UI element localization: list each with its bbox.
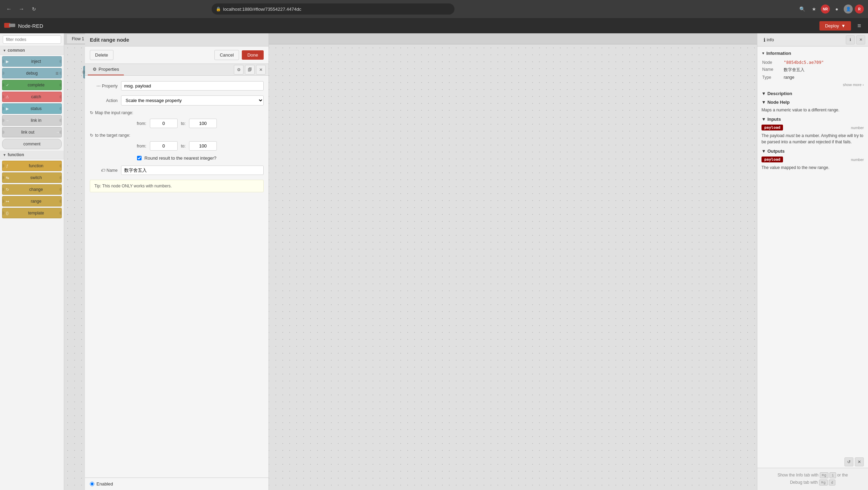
deploy-button[interactable]: Deploy ▼ [819,21,851,31]
tab-properties[interactable]: ⚙ Properties [88,64,124,75]
kbd-cmd-g-1: ⌘g [820,472,828,478]
sidebar-item-switch[interactable]: ↹ switch [2,172,62,183]
refresh-icon-btn[interactable]: ↺ [844,457,853,466]
change-icon: ↻ [4,187,11,192]
node-label: Node [762,59,783,66]
settings-icon-btn[interactable]: ⚙ [234,65,244,75]
sidebar-item-linkin[interactable]: → link in [2,115,62,126]
forward-button[interactable]: → [17,4,26,14]
description-section: ▼ Description [761,91,864,96]
target-to-input[interactable] [189,141,217,151]
debug-list-icon: ☰ [56,71,59,75]
canvas-area: Flow 1 ▶ 数字数组输入 ⇥ 拆分数组 [64,33,757,490]
port-right [59,71,62,75]
close-icon-btn[interactable]: ✕ [256,65,266,75]
info-panel: ℹ info ℹ ✕ ▼ Information No [757,33,868,490]
port-right [59,130,62,134]
port-right [59,164,62,168]
inputs-title: Inputs [767,117,781,122]
sidebar-item-range[interactable]: ↦ range [2,196,62,206]
enabled-radio[interactable] [90,482,94,486]
info-tab-icon: ℹ [764,37,765,43]
edit-dialog: Edit range node Delete Cancel Done ⚙ Pro… [85,33,269,490]
sidebar-section-common: ▼ common ▶ inject debug ☰ [0,46,64,151]
filter-nodes-input[interactable] [3,35,61,44]
catch-icon: ⚠ [4,95,11,99]
sidebar-item-complete[interactable]: ✓ complete [2,80,62,90]
show-more-link[interactable]: show more › [761,83,864,87]
node-help-header[interactable]: ▼ Node Help [761,100,864,105]
back-button[interactable]: ← [4,4,14,14]
extension3-icon[interactable]: R [855,5,864,14]
target-to-label: to: [181,144,186,149]
edit-body: ⋯ Property Action Scale the message pr [85,76,269,478]
deploy-label: Deploy [825,23,839,28]
info-tabs: ℹ info ℹ ✕ [757,33,868,47]
extension-icon[interactable]: NR [821,5,830,14]
outputs-header[interactable]: ▼ Outputs [761,149,864,154]
cancel-button[interactable]: Cancel [214,50,239,60]
sidebar-section-common-header[interactable]: ▼ common [0,46,64,55]
sidebar-item-comment[interactable]: comment [2,139,62,149]
range-icon: ↦ [4,199,11,204]
target-from-input[interactable] [150,141,178,151]
done-button[interactable]: Done [242,50,264,60]
input-to-input[interactable] [189,119,217,128]
sidebar-item-linkout[interactable]: link out → [2,127,62,137]
linkin-icon: → [4,118,11,122]
name-input[interactable] [121,166,264,175]
round-checkbox[interactable] [137,156,142,160]
comment-label: comment [2,142,61,146]
profile-icon[interactable]: 👤 [844,5,853,14]
address-bar[interactable]: 🔒 localhost:1880/#flow/73554227.4474dc [212,3,454,15]
browser-chrome: ← → ↻ 🔒 localhost:1880/#flow/73554227.44… [0,0,868,18]
payload-input-item: payload number The payload must be a num… [761,125,864,145]
sidebar-item-template[interactable]: {} template [2,208,62,218]
edit-header: Edit range node [85,33,269,47]
sidebar-section-function-header[interactable]: ▼ function [0,151,64,159]
search-icon[interactable]: 🔍 [797,4,807,14]
info-action-btn-2[interactable]: ✕ [856,35,865,44]
chevron-icon: ▼ [761,149,766,154]
sidebar-item-status[interactable]: ▶ status [2,103,62,114]
logo-icon [4,22,15,29]
main: ▼ common ▶ inject debug ☰ [0,33,868,490]
hamburger-menu-icon[interactable]: ≡ [854,21,864,31]
bookmark-icon[interactable]: ★ [809,4,819,14]
sidebar-item-inject[interactable]: ▶ inject [2,56,62,67]
sidebar-item-debug[interactable]: debug ☰ [2,68,62,78]
target-range-row: from: to: [90,141,264,151]
sidebar-item-change[interactable]: ↻ change [2,184,62,195]
outputs-title: Outputs [767,149,785,154]
tab-info[interactable]: ℹ info [760,34,777,45]
gear-icon: ⚙ [93,67,97,72]
info-action-btn-1[interactable]: ℹ [846,35,855,44]
chevron-down-icon: ▼ [3,49,6,52]
port-right [59,83,62,87]
input-from-input[interactable] [150,119,178,128]
delete-button[interactable]: Delete [90,50,113,60]
target-from-label: from: [137,144,146,149]
port-right [59,60,62,63]
target-range-title: ↻ to the target range: [90,133,264,138]
reload-button[interactable]: ↻ [29,4,39,14]
enabled-row: Enabled [90,481,113,487]
inputs-header[interactable]: ▼ Inputs [761,117,864,122]
copy-icon-btn[interactable]: 🗐 [245,65,255,75]
debug-label: debug [2,71,61,76]
type-label-cell: Type [762,74,783,81]
sidebar-item-catch[interactable]: ⚠ catch [2,92,62,102]
property-input[interactable] [121,81,264,91]
information-header[interactable]: ▼ Information [761,51,864,56]
extension2-icon[interactable]: ● [832,4,842,14]
round-checkbox-row: Round result to the nearest integer? [90,155,264,161]
close-footer-icon-btn[interactable]: ✕ [855,457,864,466]
sidebar-item-function[interactable]: ƒ function [2,161,62,171]
inputs-section: ▼ Inputs payload number The payload must… [761,117,864,145]
topbar-title: Node-RED [18,23,43,29]
description-header[interactable]: ▼ Description [761,91,864,96]
action-select[interactable]: Scale the message property Scale and lim… [121,95,264,105]
from-label: from: [137,121,146,126]
action-row: Action Scale the message property Scale … [90,95,264,105]
port-right [59,211,62,215]
